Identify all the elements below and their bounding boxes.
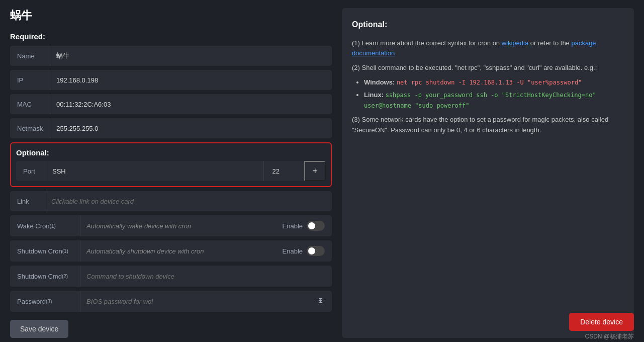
right-panel-title: Optional: [352, 18, 624, 31]
port-label: Port [16, 161, 46, 181]
name-input[interactable] [50, 46, 332, 66]
name-label: Name [10, 46, 50, 66]
mac-label: MAC [10, 94, 50, 114]
password-label: Password(3) [10, 291, 80, 312]
link-row: Link [10, 191, 332, 211]
link-input[interactable] [45, 191, 332, 211]
link-label: Link [10, 191, 45, 211]
shutdown-cron-enable: Enable [275, 246, 332, 256]
port-type-input[interactable] [46, 161, 264, 181]
password-row: Password(3) 👁 [10, 291, 332, 312]
shutdown-cron-row: Shutdown Cron(1) Automatically shutdown … [10, 240, 332, 262]
linux-cmd: sshpass -p your_password ssh -o "StrictH… [364, 92, 596, 109]
ip-input[interactable] [50, 70, 332, 90]
netmask-label: Netmask [10, 118, 50, 138]
watermark: CSDN @杨浦老苏 [585, 332, 634, 341]
windows-example: Windows: net rpc shutdown -I 192.168.1.1… [364, 77, 624, 88]
shutdown-cron-label: Shutdown Cron(1) [10, 240, 80, 262]
command-examples: Windows: net rpc shutdown -I 192.168.1.1… [352, 77, 624, 111]
shutdown-cmd-label: Shutdown Cmd(2) [10, 266, 80, 287]
optional-section: Optional: Port + [10, 142, 332, 187]
wikipedia-link[interactable]: wikipedia [502, 39, 528, 47]
port-row: Port + [16, 161, 326, 181]
eye-icon[interactable]: 👁 [310, 291, 332, 312]
page-title: 蜗牛 [10, 8, 332, 23]
mac-input[interactable] [50, 94, 332, 114]
wake-cron-desc: Automatically wake device with cron [80, 222, 275, 230]
wake-cron-row: Wake Cron(1) Automatically wake device w… [10, 215, 332, 236]
shutdown-cron-desc: Automatically shutdown device with cron [80, 247, 275, 255]
mac-row: MAC [10, 94, 332, 114]
port-add-button[interactable]: + [304, 161, 326, 181]
netmask-row: Netmask [10, 118, 332, 138]
wake-cron-toggle[interactable] [307, 221, 325, 231]
required-label: Required: [10, 32, 332, 41]
optional-label: Optional: [16, 148, 326, 157]
ip-label: IP [10, 70, 50, 90]
linux-example: Linux: sshpass -p your_password ssh -o "… [364, 90, 624, 111]
windows-cmd: net rpc shutdown -I 192.168.1.13 -U "use… [397, 79, 582, 86]
right-panel: Optional: (1) Learn more about the corre… [342, 8, 634, 338]
shutdown-cron-toggle[interactable] [307, 246, 325, 256]
ip-row: IP [10, 70, 332, 90]
save-button[interactable]: Save device [10, 320, 68, 338]
port-number-input[interactable] [264, 161, 304, 181]
right-panel-p1: (1) Learn more about the correct syntax … [352, 38, 624, 59]
right-panel-p2: (2) Shell command to be executed. "net r… [352, 63, 624, 73]
delete-button[interactable]: Delete device [569, 313, 634, 331]
wake-cron-enable: Enable [275, 221, 332, 231]
name-row: Name [10, 46, 332, 66]
shutdown-cmd-row: Shutdown Cmd(2) [10, 266, 332, 287]
shutdown-cmd-input[interactable] [80, 266, 332, 287]
wake-cron-label: Wake Cron(1) [10, 215, 80, 236]
right-panel-p3: (3) Some network cards have the option t… [352, 115, 624, 136]
password-input[interactable] [80, 291, 310, 312]
netmask-input[interactable] [50, 118, 332, 138]
